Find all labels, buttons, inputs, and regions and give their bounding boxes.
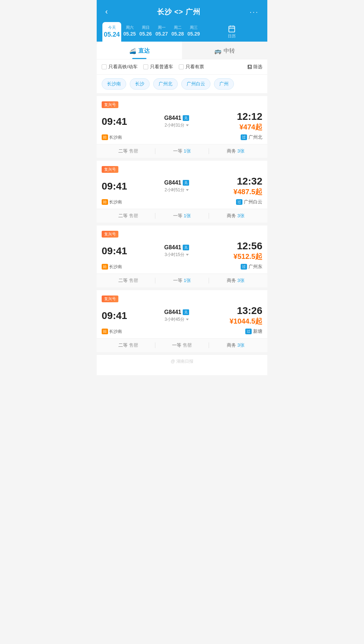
duration-row-3: 3小时45分 (165, 316, 189, 323)
origin-station-1: 长沙南 (109, 199, 122, 205)
second-class-3: 二等 售罄 (102, 342, 155, 348)
ticket-row-2: 二等 售罄 一等 1张 商务 3张 (97, 273, 267, 287)
second-class-2: 二等 售罄 (102, 277, 155, 284)
business-class-1: 商务 3张 (209, 213, 262, 219)
duration-row-0: 2小时31分 (165, 122, 189, 128)
business-class-3: 商务 3张 (209, 342, 262, 348)
date-tab-05.29[interactable]: 周三05.29 (186, 22, 201, 42)
more-button[interactable]: ··· (247, 6, 262, 17)
calendar-icon (228, 25, 236, 33)
price-0: ¥474起 (223, 122, 262, 132)
date-tab-05.25[interactable]: 周六05.25 (122, 22, 137, 42)
day-label: 周三 (187, 25, 200, 30)
train-number-3: G8441 (164, 309, 181, 315)
train-number-row-2: G8441 兑 (164, 244, 189, 251)
filter-row: 只看高铁/动车 只看普通车 只看有票 ⛾ 筛选 (97, 59, 267, 75)
date-num: 05.24 (104, 31, 120, 38)
first-class-1: 一等 1张 (155, 213, 209, 219)
fuxing-badge-3: 复兴号 (102, 296, 118, 302)
sub-row-0: 始 长沙南 过 广州北 (102, 134, 262, 140)
svg-rect-0 (229, 26, 235, 32)
origin-tag-1: 始 长沙南 (102, 199, 122, 205)
destination-0: 广州北 (248, 134, 262, 140)
price-3: ¥1044.5起 (223, 316, 262, 326)
filter-button[interactable]: ⛾ 筛选 (247, 64, 262, 70)
first-class-2: 一等 1张 (155, 277, 209, 284)
main-content: 🚄 直达 🚌 中转 只看高铁/动车 只看普通车 只看有票 ⛾ 筛选 长沙南长沙广… (97, 42, 267, 375)
tab-direct[interactable]: 🚄 直达 (97, 42, 182, 59)
dest-tag-1: 过 广州白云 (236, 199, 262, 205)
date-tab-05.24[interactable]: 今天05.24 (102, 22, 121, 42)
station-chip-广州北[interactable]: 广州北 (153, 78, 178, 90)
origin-badge-2: 始 (102, 264, 108, 270)
checkbox-regular[interactable] (143, 64, 148, 69)
train-section-3: 复兴号 09:41 G8441 兑 3小时45分 13:26 ¥1044.5起 (97, 290, 267, 355)
date-tab-05.27[interactable]: 周一05.27 (154, 22, 169, 42)
via-badge-0: 过 (241, 134, 247, 140)
train-card-3[interactable]: 复兴号 09:41 G8441 兑 3小时45分 13:26 ¥1044.5起 (97, 290, 267, 335)
via-badge-2: 过 (241, 264, 247, 270)
station-chip-长沙南[interactable]: 长沙南 (102, 78, 126, 90)
day-label: 周日 (139, 25, 152, 30)
right-col-1: 12:32 ¥487.5起 (223, 176, 262, 197)
date-tab-05.26[interactable]: 周日05.26 (138, 22, 153, 42)
price-1: ¥487.5起 (223, 187, 262, 197)
first-class-0: 一等 1张 (155, 148, 209, 154)
via-badge-1: 过 (236, 199, 242, 205)
arrow-down-0 (186, 124, 189, 126)
train-section-2: 复兴号 09:41 G8441 兑 3小时15分 12:56 ¥512.5起 (97, 225, 267, 290)
origin-badge-0: 始 (102, 134, 108, 140)
business-class-2: 商务 3张 (209, 277, 262, 284)
train-number-row-1: G8441 兑 (164, 180, 189, 186)
train-number-2: G8441 (164, 244, 181, 251)
station-chip-广州[interactable]: 广州 (214, 78, 234, 90)
train-card-1[interactable]: 复兴号 09:41 G8441 兑 2小时51分 12:32 ¥487.5起 (97, 161, 267, 205)
calendar-tab[interactable]: 日历 (202, 22, 262, 42)
back-button[interactable]: ‹ (102, 6, 111, 18)
calendar-label: 日历 (228, 33, 236, 39)
arrive-time-2: 12:56 (223, 240, 262, 252)
train-card-0[interactable]: 复兴号 09:41 G8441 兑 2小时31分 12:12 ¥474起 (97, 96, 267, 140)
filter-high-speed[interactable]: 只看高铁/动车 (102, 64, 138, 70)
ticket-row-3: 二等 售罄 一等 售罄 商务 3张 (97, 338, 267, 352)
sub-row-1: 始 长沙南 过 广州白云 (102, 199, 262, 205)
tab-direct-label: 直达 (138, 47, 150, 55)
train-number-0: G8441 (164, 115, 181, 121)
ticket-row-0: 二等 售罄 一等 1张 商务 3张 (97, 144, 267, 158)
service-tabs: 🚄 直达 🚌 中转 (97, 42, 267, 59)
duration-2: 3小时15分 (165, 252, 184, 258)
arrow-down-2 (186, 254, 189, 256)
station-chip-广州白云[interactable]: 广州白云 (181, 78, 210, 90)
checkbox-available[interactable] (179, 64, 184, 69)
date-num: 05.26 (139, 31, 152, 37)
fuxing-badge-0: 复兴号 (102, 101, 118, 108)
filter-available-label: 只看有票 (186, 64, 204, 70)
bus-icon: 🚌 (214, 48, 221, 54)
date-tabs: 今天05.24周六05.25周日05.26周一05.27周二05.28周三05.… (102, 22, 262, 42)
tab-transfer[interactable]: 🚌 中转 (182, 42, 267, 59)
day-label: 周二 (171, 25, 184, 30)
date-num: 05.27 (155, 31, 168, 37)
depart-time-3: 09:41 (102, 310, 130, 321)
date-num: 05.29 (187, 31, 200, 37)
destination-2: 广州东 (248, 264, 262, 270)
sub-row-3: 始 长沙南 过 新塘 (102, 328, 262, 335)
train-main-row-1: 09:41 G8441 兑 2小时51分 12:32 ¥487.5起 (102, 176, 262, 197)
train-card-2[interactable]: 复兴号 09:41 G8441 兑 3小时15分 12:56 ¥512.5起 (97, 225, 267, 270)
origin-station-2: 长沙南 (109, 264, 122, 270)
origin-tag-0: 始 长沙南 (102, 134, 122, 140)
via-badge-3: 过 (245, 329, 252, 334)
date-tab-05.28[interactable]: 周二05.28 (170, 22, 185, 42)
filter-available[interactable]: 只看有票 (179, 64, 204, 70)
fuxing-badge-1: 复兴号 (102, 166, 118, 173)
filter-btn-label: 筛选 (253, 64, 262, 70)
filter-regular[interactable]: 只看普通车 (143, 64, 173, 70)
checkbox-high-speed[interactable] (102, 64, 107, 69)
exchange-badge-0: 兑 (183, 115, 189, 121)
duration-1: 2小时51分 (165, 187, 184, 193)
exchange-badge-3: 兑 (183, 309, 189, 315)
station-chip-长沙[interactable]: 长沙 (130, 78, 150, 90)
right-col-3: 13:26 ¥1044.5起 (223, 305, 262, 326)
duration-row-2: 3小时15分 (165, 252, 189, 258)
date-num: 05.25 (123, 31, 136, 37)
